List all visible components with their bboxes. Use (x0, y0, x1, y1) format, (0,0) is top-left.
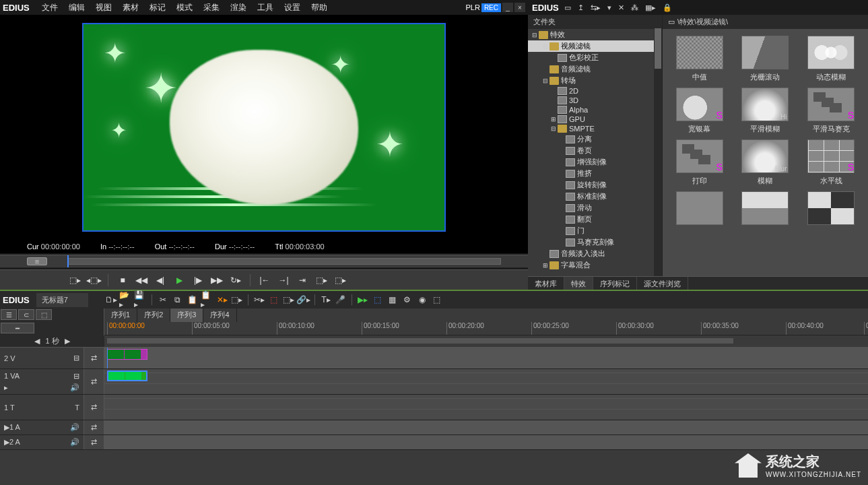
tree-separate[interactable]: 分离 (528, 133, 662, 145)
menu-clip[interactable]: 素材 (119, 1, 143, 15)
tree-pagecurl[interactable]: 卷页 (528, 145, 662, 156)
rec-badge[interactable]: REC (481, 3, 501, 12)
effect-smooth-blur[interactable]: Hi平滑模糊 (735, 88, 796, 134)
loop-button[interactable]: ↻▸ (228, 273, 243, 287)
split-button[interactable]: ✂▸ (253, 294, 266, 306)
delete-icon[interactable]: ✕ (617, 2, 626, 13)
scrubber-playhead[interactable] (67, 255, 69, 267)
tree-title-mix[interactable]: ⊞字幕混合 (528, 259, 662, 271)
zoom-in[interactable]: ▶ (62, 337, 73, 346)
tc-cur[interactable]: 00:00:00:00 (41, 243, 80, 251)
effects-tree[interactable]: 文件夹 ⊟特效 ⊟视频滤镜 色彩校正 音频滤镜 ⊟转场 2D 3D Alpha … (528, 15, 663, 276)
menu-file[interactable]: 文件 (38, 1, 62, 15)
track-mute-icon[interactable]: 🔊 (70, 438, 79, 447)
new-button[interactable]: 🗋▸ (104, 294, 118, 306)
track-patch[interactable]: ⇄ (84, 369, 104, 394)
track-2a[interactable]: ▶2 A🔊 ⇄ (0, 435, 868, 450)
insert-button[interactable]: ⬚▸ (314, 273, 329, 287)
tree-alpha[interactable]: Alpha (528, 105, 662, 115)
scrubber-thumb-left[interactable]: ≡ (27, 257, 47, 265)
track-1t[interactable]: 1 TT ⇄ (0, 395, 868, 420)
tc-out[interactable]: --:--:--:-- (168, 243, 194, 251)
tc-in[interactable]: --:--:--:-- (108, 243, 134, 251)
step-back-button[interactable]: ◀| (153, 273, 168, 287)
zoom-label[interactable]: 1 秒 (45, 336, 59, 346)
stop-button[interactable]: ■ (115, 273, 130, 287)
delete-button[interactable]: ⬚ (267, 294, 281, 306)
clip-va-selected[interactable] (107, 370, 147, 381)
timeline-ruler[interactable]: 00:00:00:00 00:00:05:00 00:00:10:00 00:0… (104, 322, 868, 335)
effect-partial-3[interactable] (801, 191, 861, 225)
tree-mosaic-wipe[interactable]: 马赛克刻像 (528, 236, 662, 248)
tree-audio-filter[interactable]: 音频滤镜 (528, 63, 662, 75)
save-button[interactable]: 💾▸ (134, 294, 147, 306)
tree-color-correct[interactable]: 色彩校正 (528, 52, 662, 63)
tree-scrollbar[interactable] (654, 28, 662, 276)
tool-4[interactable]: ━ (1, 323, 34, 333)
menu-render[interactable]: 渲染 (226, 1, 251, 15)
playhead[interactable] (107, 348, 108, 368)
open-button[interactable]: 📂▸ (119, 294, 133, 306)
tree-flip[interactable]: 翻页 (528, 214, 662, 225)
dropdown-icon[interactable]: ▾ (606, 2, 613, 13)
link-button[interactable]: 🔗▸ (297, 294, 310, 306)
tree-slide[interactable]: 滑动 (528, 202, 662, 214)
copy-button[interactable]: ⧉ (171, 294, 185, 306)
menu-edit[interactable]: 编辑 (65, 1, 89, 15)
tree-gpu[interactable]: ⊞GPU (528, 115, 662, 124)
tab-effects[interactable]: 特效 (564, 277, 593, 290)
effect-median[interactable]: 中值 (669, 36, 730, 82)
set-in-button[interactable]: ⬚▸ (67, 273, 82, 287)
mixer-button[interactable]: ⚙ (401, 294, 414, 306)
tool-2[interactable]: ⊂ (18, 309, 34, 320)
insert-mode-button[interactable]: ⬚ (371, 294, 385, 306)
effect-smooth-mosaic[interactable]: S平滑马赛克 (801, 88, 861, 134)
zoom-slider[interactable] (107, 338, 733, 344)
overwrite-mode-button[interactable]: ▦ (386, 294, 399, 306)
preview-scrubber[interactable]: ≡ (0, 255, 528, 268)
tree-transition[interactable]: ⊟转场 (528, 75, 662, 86)
tree-door[interactable]: 门 (528, 225, 662, 236)
cut-button[interactable]: ✂ (156, 294, 170, 306)
jump-button[interactable]: ⇥ (295, 273, 310, 287)
tree-2d[interactable]: 2D (528, 86, 662, 96)
menu-settings[interactable]: 设置 (280, 1, 304, 15)
tree-smpte[interactable]: ⊟SMPTE (528, 124, 662, 133)
prev-edit-button[interactable]: |← (257, 273, 272, 287)
track-header-icon[interactable]: ⊟ (73, 354, 79, 362)
view-icon[interactable]: ⁂ (630, 2, 640, 13)
lock-icon[interactable]: 🔒 (661, 2, 673, 13)
seq-tab-2[interactable]: 序列2 (137, 309, 170, 322)
effect-motion-blur[interactable]: 动态模糊 (801, 36, 861, 82)
tree-standard[interactable]: 标准刻像 (528, 191, 662, 202)
close-button[interactable]: × (514, 3, 525, 12)
tree-push[interactable]: 推挤 (528, 168, 662, 179)
effect-partial-1[interactable] (669, 191, 730, 225)
track-2v[interactable]: 2 V⊟ ⇄ (0, 348, 868, 369)
tree-root[interactable]: ⊟特效 (528, 29, 662, 40)
audio-button[interactable]: 🎤 (334, 294, 347, 306)
menu-tools[interactable]: 工具 (253, 1, 277, 15)
tool-3[interactable]: ⬚ (36, 309, 52, 320)
zoom-out[interactable]: ◀ (32, 337, 42, 346)
clip-video[interactable] (107, 349, 147, 360)
link-icon[interactable]: ⇆▸ (589, 2, 602, 13)
tree-rotate[interactable]: 旋转刻像 (528, 179, 662, 191)
effect-partial-2[interactable] (735, 191, 796, 225)
track-patch[interactable]: ⇄ (84, 395, 104, 420)
tab-bin[interactable]: 素材库 (528, 277, 564, 290)
track-audio-icon[interactable]: 🔊 (70, 383, 79, 392)
ripple-button[interactable]: ⬚▸ (230, 294, 244, 306)
tree-video-filter[interactable]: ⊟视频滤镜 (528, 40, 662, 52)
play-button[interactable]: ▶ (172, 273, 187, 287)
effect-print[interactable]: S打印 (669, 139, 730, 186)
track-mute-icon[interactable]: 🔊 (70, 423, 79, 432)
effect-blur[interactable]: Blur模糊 (735, 139, 796, 186)
track-1a[interactable]: ▶1 A🔊 ⇄ (0, 420, 868, 435)
group-button[interactable]: ⬚▸ (282, 294, 296, 306)
step-fwd-button[interactable]: |▶ (191, 273, 205, 287)
track-1va[interactable]: 1 VA⊟ ▸🔊 ⇄ (0, 369, 868, 395)
minimize-button[interactable]: _ (502, 3, 513, 12)
tree-enhance[interactable]: 增强刻像 (528, 156, 662, 168)
seq-tab-4[interactable]: 序列4 (203, 309, 236, 322)
